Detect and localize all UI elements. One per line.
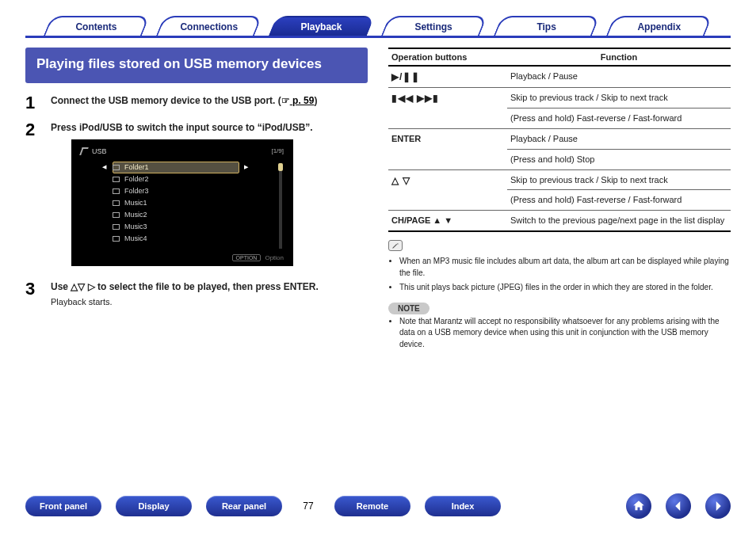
nav-glyphs: △▽ ▷ [71, 281, 94, 292]
tab-playback[interactable]: Playback [269, 16, 375, 36]
ops-cell-function: Skip to previous track / Skip to next tr… [507, 169, 731, 190]
ops-cell-button: ▮◀◀ ▶▶▮ [388, 88, 507, 129]
note-label: NOTE [388, 303, 430, 314]
osd-row-label: Folder1 [124, 163, 149, 171]
page-link-59[interactable]: p. 59 [290, 95, 315, 106]
osd-row-label: Music2 [124, 211, 147, 219]
ops-cell-button: CH/PAGE ▲ ▼ [388, 211, 507, 231]
prev-page-icon[interactable] [666, 493, 691, 519]
step-3-sub: Playback starts. [51, 297, 368, 306]
ops-row: ENTERPlayback / Pause [388, 128, 731, 149]
osd-row: Music4 [113, 233, 239, 245]
section-title: Playing files stored on USB memory devic… [25, 48, 368, 83]
tab-connections[interactable]: Connections [156, 16, 262, 36]
tip-item: This unit plays back picture (JPEG) file… [399, 282, 731, 294]
ops-cell-button: ENTER [388, 128, 507, 169]
ops-cell-function: Playback / Pause [507, 128, 731, 149]
tab-bar: ContentsConnectionsPlaybackSettingsTipsA… [25, 16, 731, 38]
step-1-text-a: Connect the USB memory device to the USB… [51, 95, 281, 106]
osd-row: Folder1▶ [113, 162, 239, 173]
steps-list: Connect the USB memory device to the USB… [25, 94, 368, 306]
ops-cell-function: (Press and hold) Stop [507, 149, 731, 169]
music-icon [113, 212, 120, 218]
footer: Front panelDisplayRear panel77RemoteInde… [25, 489, 731, 519]
tab-appendix[interactable]: Appendix [606, 16, 712, 36]
next-page-icon[interactable] [705, 493, 731, 519]
osd-count: [1/9] [271, 147, 284, 154]
ops-row: CH/PAGE ▲ ▼Switch to the previous page/n… [388, 211, 731, 231]
tip-item: When an MP3 music file includes album ar… [399, 256, 731, 279]
osd-row-label: Folder2 [124, 175, 149, 183]
ops-cell-function: Switch to the previous page/next page in… [507, 211, 731, 231]
osd-row: Folder2 [113, 173, 239, 185]
folder-icon [113, 188, 120, 194]
footer-btn-index[interactable]: Index [425, 496, 501, 516]
operations-table: Operation buttons Function ▶/❚❚Playback … [388, 48, 731, 232]
tab-contents[interactable]: Contents [44, 16, 150, 36]
footer-btn-remote[interactable]: Remote [334, 496, 410, 516]
tab-settings[interactable]: Settings [381, 16, 487, 36]
ops-cell-button: △ ▽ [388, 169, 507, 211]
osd-row-label: Music1 [124, 199, 147, 207]
page-number: 77 [296, 501, 320, 512]
step-3-text-b: to select the file to be played, then pr… [95, 281, 319, 292]
tab-tips[interactable]: Tips [494, 16, 600, 36]
usb-icon [79, 147, 89, 155]
osd-row-label: Music4 [124, 234, 147, 242]
osd-row-label: Music3 [124, 223, 147, 230]
osd-row: Music1 [113, 197, 239, 209]
ops-row: ▶/❚❚Playback / Pause [388, 66, 731, 88]
osd-label: USB [92, 147, 107, 155]
music-icon [113, 236, 120, 242]
footer-btn-front-panel[interactable]: Front panel [25, 496, 101, 516]
hand-icon: ☞ [281, 95, 290, 106]
ops-row: ▮◀◀ ▶▶▮Skip to previous track / Skip to … [388, 88, 731, 109]
footer-btn-display[interactable]: Display [116, 496, 192, 516]
osd-row: Folder3 [113, 185, 239, 197]
osd-row-label: Folder3 [124, 187, 149, 195]
notes-list: Note that Marantz will accept no respons… [388, 316, 731, 351]
ops-cell-function: Skip to previous track / Skip to next tr… [507, 88, 731, 109]
note-item: Note that Marantz will accept no respons… [399, 316, 731, 351]
ops-row: △ ▽Skip to previous track / Skip to next… [388, 169, 731, 190]
footer-btn-rear-panel[interactable]: Rear panel [206, 496, 282, 516]
ops-cell-button: ▶/❚❚ [388, 66, 507, 88]
osd-row: Music2 [113, 209, 239, 221]
osd-option-label: Option [265, 254, 284, 261]
folder-icon [113, 165, 120, 170]
step-1-text-b: ) [314, 95, 317, 106]
tips-list: When an MP3 music file includes album ar… [388, 256, 731, 294]
pencil-icon [388, 240, 403, 251]
folder-icon [113, 177, 120, 182]
osd-screenshot: USB [1/9] Folder1▶Folder2Folder3Music1Mu… [71, 139, 293, 266]
osd-row: Music3 [113, 221, 239, 233]
step-3: Use △▽ ▷ to select the file to be played… [25, 280, 368, 306]
ops-head-left: Operation buttons [388, 48, 507, 66]
osd-scrollbar [279, 163, 282, 249]
osd-option-pill: OPTION [232, 254, 262, 261]
step-2-text: Press iPod/USB to switch the input sourc… [51, 122, 313, 133]
step-1: Connect the USB memory device to the USB… [25, 94, 368, 112]
home-icon[interactable] [626, 493, 651, 519]
step-3-text-a: Use [51, 281, 71, 292]
music-icon [113, 224, 120, 230]
ops-cell-function: (Press and hold) Fast-reverse / Fast-for… [507, 109, 731, 129]
ops-head-right: Function [507, 48, 731, 66]
step-2: Press iPod/USB to switch the input sourc… [25, 121, 368, 271]
music-icon [113, 200, 120, 206]
ops-cell-function: Playback / Pause [507, 66, 731, 88]
ops-cell-function: (Press and hold) Fast-reverse / Fast-for… [507, 190, 731, 211]
